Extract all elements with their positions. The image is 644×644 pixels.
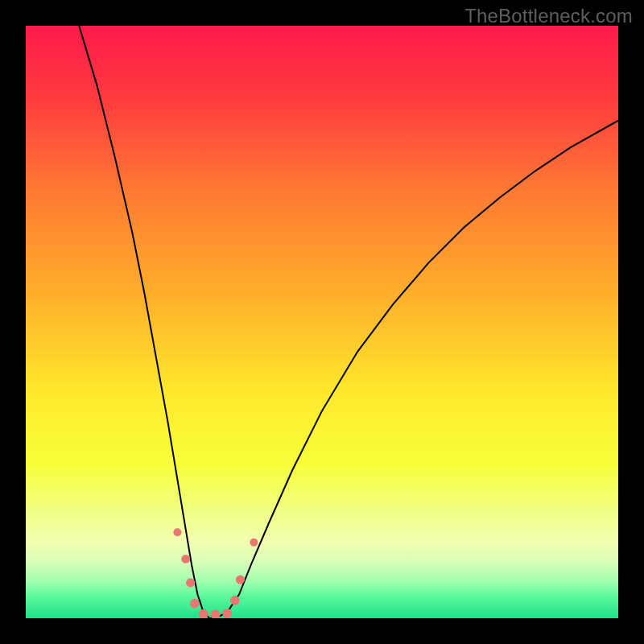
- watermark-text: TheBottleneck.com: [464, 5, 633, 27]
- curve-marker: [186, 578, 195, 587]
- curve-marker: [250, 539, 258, 547]
- curve-marker: [230, 596, 240, 605]
- curve-marker: [236, 576, 245, 584]
- curve-marker: [222, 609, 232, 618]
- chart-frame: TheBottleneck.com: [0, 0, 644, 644]
- curve-marker: [173, 528, 181, 536]
- chart-background: [26, 26, 618, 618]
- chart-plot-area: [26, 26, 618, 618]
- curve-marker: [190, 599, 200, 609]
- curve-marker: [181, 555, 190, 564]
- chart-svg: [26, 26, 618, 618]
